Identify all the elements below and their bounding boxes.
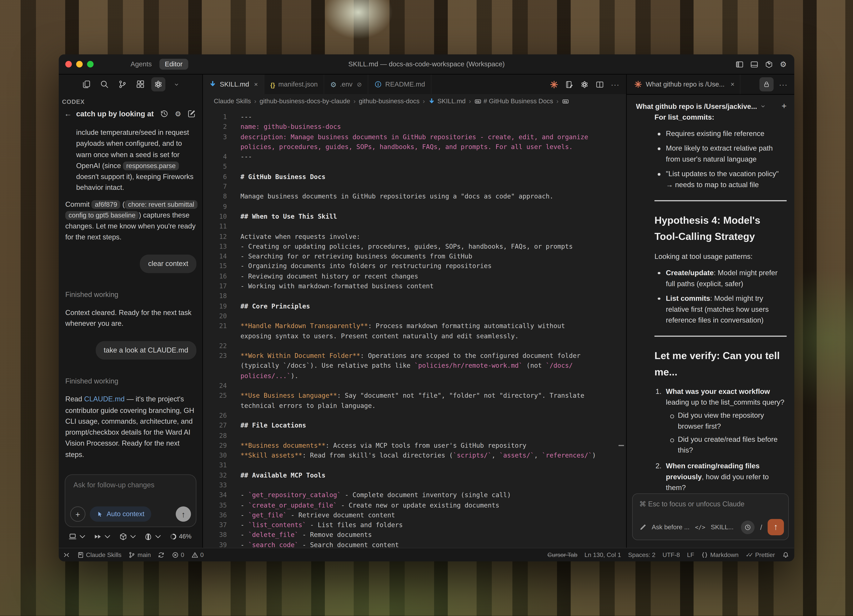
claude-tabbar: What github repo is /Use... × ··· bbox=[627, 74, 794, 95]
statusbar-item[interactable] bbox=[158, 551, 165, 558]
history-clock-button[interactable] bbox=[741, 520, 755, 534]
auto-context-button[interactable]: Auto context bbox=[90, 507, 151, 522]
sub-list-item: Did you view the repository browser firs… bbox=[666, 410, 787, 432]
close-window-button[interactable] bbox=[65, 61, 72, 67]
window-controls bbox=[65, 61, 94, 67]
line-number: 23 bbox=[203, 351, 227, 361]
editor-tab[interactable]: ⚙.env⊘ bbox=[324, 74, 368, 94]
statusbar-item-prettier[interactable]: ✓✓Prettier bbox=[746, 551, 775, 558]
line-number: 20 bbox=[203, 311, 227, 321]
gear-icon[interactable]: ⚙ bbox=[780, 61, 787, 68]
toggle-panel-icon[interactable] bbox=[750, 60, 759, 68]
codex-thread-header: ← catch up by looking at ⚙ bbox=[59, 107, 202, 121]
slash-commands-button[interactable]: / bbox=[760, 523, 762, 531]
maximize-window-button[interactable] bbox=[87, 61, 94, 67]
codex-prompt-input[interactable] bbox=[72, 480, 189, 490]
line-content: - `search_code` - Search document conten… bbox=[227, 540, 626, 548]
code-line: 35- `create_or_update_file` - Create new… bbox=[203, 500, 626, 510]
claude-prompt-input[interactable] bbox=[633, 494, 788, 508]
notebook-edit-icon[interactable] bbox=[565, 80, 573, 88]
line-content bbox=[227, 381, 626, 391]
extensions-icon[interactable] bbox=[133, 77, 147, 91]
line-number: 19 bbox=[203, 301, 227, 311]
device-selector[interactable] bbox=[68, 533, 87, 540]
breadcrumb-item[interactable]: # GitHub Business Docs bbox=[474, 97, 553, 105]
breadcrumb-item[interactable]: Claude Skills bbox=[214, 97, 251, 105]
statusbar-item-0[interactable]: 0 bbox=[172, 551, 184, 558]
context-usage-indicator[interactable]: 46% bbox=[170, 533, 191, 540]
statusbar-item-markdown[interactable]: Markdown bbox=[701, 551, 739, 558]
code-editor[interactable]: 1---2name: github-business-docs3descript… bbox=[203, 108, 626, 548]
more-actions-icon[interactable]: ··· bbox=[779, 81, 788, 88]
statusbar-item-ln-130-col-1[interactable]: Ln 130, Col 1 bbox=[584, 552, 621, 558]
source-control-icon[interactable] bbox=[115, 77, 130, 91]
statusbar-item-cursor-tab[interactable]: Cursor Tab bbox=[547, 552, 577, 558]
statusbar-item-claude-skills[interactable]: Claude Skills bbox=[77, 551, 121, 558]
line-number: 4 bbox=[203, 152, 227, 162]
breadcrumb-item[interactable]: github-business-docs bbox=[359, 97, 419, 105]
new-chat-icon[interactable] bbox=[187, 109, 196, 118]
more-actions-icon[interactable]: ··· bbox=[611, 81, 619, 88]
line-number bbox=[203, 142, 227, 152]
list-item: Create/update: Model might prefer full p… bbox=[654, 267, 787, 289]
package-icon[interactable] bbox=[765, 60, 773, 68]
breadcrumb-item[interactable]: SKILL.md bbox=[428, 97, 466, 105]
mode-tab-agents[interactable]: Agents bbox=[127, 59, 155, 70]
pointer-icon bbox=[96, 511, 103, 518]
code-line: 1--- bbox=[203, 112, 626, 122]
permission-mode-label[interactable]: Ask before ... bbox=[652, 523, 690, 531]
statusbar-item-main[interactable]: main bbox=[129, 551, 151, 558]
reasoning-selector[interactable] bbox=[144, 533, 162, 540]
statusbar-item[interactable] bbox=[782, 551, 789, 558]
close-icon[interactable]: × bbox=[730, 80, 734, 88]
minimize-window-button[interactable] bbox=[76, 61, 83, 67]
editor-tab[interactable]: {}manifest.json bbox=[264, 74, 324, 94]
history-icon[interactable] bbox=[160, 109, 169, 118]
claude-input-box[interactable]: Ask before ... </> SKILL... / ↑ bbox=[632, 493, 789, 540]
toggle-sidebar-icon[interactable] bbox=[736, 60, 744, 68]
conversation-title[interactable]: What github repo is /Users/jackive... bbox=[636, 102, 757, 110]
settings-gear-icon[interactable]: ⚙ bbox=[175, 110, 181, 117]
chevron-down-icon[interactable] bbox=[760, 104, 765, 108]
line-content: **Use Business Language**: Say "document… bbox=[227, 391, 626, 401]
statusbar-item[interactable] bbox=[63, 551, 70, 558]
mode-tab-editor[interactable]: Editor bbox=[159, 59, 188, 70]
line-content: - Reviewing document history or recent c… bbox=[227, 272, 626, 281]
new-conversation-button[interactable]: + bbox=[782, 101, 787, 111]
claude-send-button[interactable]: ↑ bbox=[768, 519, 784, 535]
code-line: 11 bbox=[203, 222, 626, 232]
openai-codex-icon[interactable] bbox=[151, 77, 165, 91]
paragraph: Looking at tool usage patterns: bbox=[654, 251, 787, 262]
code-line: 31 bbox=[203, 460, 626, 470]
codex-input-box[interactable]: + Auto context ↑ bbox=[65, 474, 196, 527]
breadcrumb-separator: › bbox=[354, 97, 356, 105]
code-tag-icon: </> bbox=[695, 524, 705, 530]
line-content: - Searching for or retrieving business d… bbox=[227, 251, 626, 261]
explorer-icon[interactable] bbox=[79, 77, 94, 91]
statusbar-item-utf-8[interactable]: UTF-8 bbox=[663, 552, 680, 558]
openai-icon[interactable] bbox=[580, 80, 589, 88]
split-editor-icon[interactable] bbox=[596, 80, 604, 88]
speed-selector[interactable] bbox=[94, 533, 112, 540]
statusbar-item-spaces-2[interactable]: Spaces: 2 bbox=[628, 552, 656, 558]
claude-icon[interactable] bbox=[550, 80, 558, 88]
model-selector[interactable] bbox=[119, 533, 137, 540]
chevron-down-icon[interactable] bbox=[169, 77, 184, 91]
claude-chat-tab[interactable]: What github repo is /Use... × bbox=[627, 74, 740, 94]
breadcrumb-item[interactable]: github-business-docs-by-claude bbox=[260, 97, 350, 105]
add-attachment-button[interactable]: + bbox=[70, 507, 85, 522]
search-icon[interactable] bbox=[97, 77, 112, 91]
editor-tab[interactable]: SKILL.md× bbox=[203, 74, 264, 94]
statusbar-item-0[interactable]: 0 bbox=[191, 551, 204, 558]
close-icon[interactable]: × bbox=[254, 80, 258, 88]
statusbar-item-lf[interactable]: LF bbox=[687, 552, 694, 558]
codex-send-button[interactable]: ↑ bbox=[176, 507, 191, 522]
user-message-bubble[interactable]: take a look at CLAUDE.md bbox=[96, 341, 196, 360]
thread-title[interactable]: catch up by looking at bbox=[76, 109, 154, 118]
breadcrumb-item[interactable] bbox=[562, 98, 569, 105]
lock-button[interactable] bbox=[759, 77, 774, 91]
user-message-bubble[interactable]: clear context bbox=[140, 255, 196, 273]
back-icon[interactable]: ← bbox=[64, 109, 72, 118]
active-file-label[interactable]: SKILL... bbox=[711, 523, 733, 531]
editor-tab[interactable]: README.md bbox=[368, 74, 431, 94]
